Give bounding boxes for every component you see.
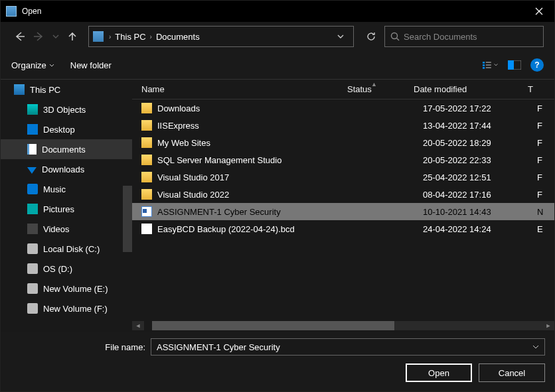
tree-label: Downloads [42, 164, 84, 174]
down-icon [27, 167, 37, 174]
file-name: SQL Server Management Studio [157, 155, 357, 165]
col-status[interactable]: Status [347, 84, 414, 94]
svg-rect-2 [486, 62, 491, 63]
navbar: › This PC › Documents [1, 22, 554, 51]
sidebar-item-os-d-[interactable]: OS (D:) [1, 259, 132, 279]
sidebar-item-documents[interactable]: Documents [1, 139, 132, 159]
preview-pane-button[interactable] [507, 58, 522, 72]
recent-dropdown[interactable] [51, 29, 60, 44]
sidebar-item-downloads[interactable]: Downloads [1, 159, 132, 179]
sidebar-item-new-volume-f-[interactable]: New Volume (F:) [1, 298, 132, 318]
svg-rect-8 [508, 60, 514, 70]
sidebar-item-local-disk-c-[interactable]: Local Disk (C:) [1, 239, 132, 259]
sidebar-scrollbar[interactable] [123, 186, 132, 252]
file-row[interactable]: My Web Sites20-05-2022 18:29F [132, 134, 554, 151]
breadcrumb-dropdown[interactable] [332, 34, 349, 38]
tree-label: OS (D:) [43, 264, 72, 274]
folder-icon [141, 103, 152, 113]
breadcrumb-this-pc[interactable]: This PC [112, 32, 148, 42]
app-icon [6, 6, 17, 17]
tree-this-pc[interactable]: This PC [1, 80, 132, 99]
file-type: F [537, 172, 554, 182]
footer: File name: ASSIGNMENT-1 Cyber Security O… [1, 332, 554, 391]
organize-label: Organize [11, 60, 46, 70]
col-type[interactable]: T [528, 84, 554, 94]
sidebar-item-music[interactable]: Music [1, 179, 132, 199]
location-icon [93, 31, 104, 42]
scroll-track[interactable] [152, 321, 542, 330]
file-row[interactable]: IISExpress13-04-2022 17:44F [132, 117, 554, 134]
svg-rect-6 [486, 67, 491, 68]
cancel-button[interactable]: Cancel [479, 363, 545, 382]
sidebar-item-pictures[interactable]: Pictures [1, 199, 132, 219]
titlebar[interactable]: Open [1, 1, 554, 22]
column-headers[interactable]: ▲ Name Status Date modified T [132, 80, 554, 99]
disk-icon [27, 243, 38, 254]
file-type: F [537, 138, 554, 148]
file-type: F [537, 103, 554, 113]
tree-label: Pictures [43, 204, 74, 214]
disk-icon [27, 263, 38, 274]
svg-point-0 [392, 33, 398, 39]
scroll-left-icon[interactable]: ◄ [132, 321, 144, 330]
scroll-right-icon[interactable]: ► [542, 321, 554, 330]
sidebar-item-videos[interactable]: Videos [1, 219, 132, 239]
file-row[interactable]: SQL Server Management Studio20-05-2022 2… [132, 151, 554, 168]
sort-indicator-icon: ▲ [371, 81, 377, 88]
file-date: 10-10-2021 14:43 [423, 207, 537, 217]
file-row[interactable]: Visual Studio 201725-04-2022 12:51F [132, 168, 554, 186]
search-box[interactable] [384, 26, 544, 47]
file-rows[interactable]: Downloads17-05-2022 17:22FIISExpress13-0… [132, 99, 554, 320]
chevron-down-icon[interactable] [532, 345, 539, 349]
file-date: 24-04-2022 14:24 [423, 224, 537, 234]
sidebar-item-new-volume-e-[interactable]: New Volume (E:) [1, 279, 132, 298]
open-dialog: Open › This PC › Documents [0, 0, 555, 392]
sidebar[interactable]: This PC 3D ObjectsDesktopDocumentsDownlo… [1, 80, 132, 332]
file-name: Visual Studio 2017 [157, 172, 357, 182]
col-name[interactable]: Name [132, 84, 347, 94]
open-button[interactable]: Open [406, 363, 472, 382]
back-button[interactable] [11, 29, 27, 44]
svg-rect-5 [483, 67, 485, 68]
docs-icon [27, 144, 37, 155]
tree-label: Music [43, 184, 66, 194]
file-row[interactable]: EasyBCD Backup (2022-04-24).bcd24-04-202… [132, 220, 554, 237]
svg-rect-4 [486, 64, 491, 66]
file-type: F [537, 190, 554, 200]
file-row[interactable]: Downloads17-05-2022 17:22F [132, 99, 554, 117]
tree-label: New Volume (E:) [43, 284, 108, 294]
search-input[interactable] [404, 32, 538, 42]
horizontal-scrollbar[interactable]: ◄ ► [132, 320, 554, 332]
sidebar-item-3d-objects[interactable]: 3D Objects [1, 99, 132, 119]
refresh-button[interactable] [362, 26, 380, 47]
window-title: Open [22, 7, 524, 16]
file-row[interactable]: ASSIGNMENT-1 Cyber Security10-10-2021 14… [132, 203, 554, 220]
breadcrumb-documents[interactable]: Documents [153, 32, 202, 42]
chevron-down-icon [49, 64, 54, 67]
chevron-right-icon[interactable]: › [108, 33, 112, 40]
file-name: Visual Studio 2022 [157, 190, 357, 200]
chevron-right-icon[interactable]: › [149, 33, 153, 40]
breadcrumb[interactable]: › This PC › Documents [88, 26, 354, 47]
forward-button[interactable] [31, 29, 47, 44]
desktop-icon [27, 124, 38, 135]
pics-icon [27, 204, 38, 214]
up-button[interactable] [64, 29, 80, 44]
file-type: F [537, 121, 554, 131]
organize-button[interactable]: Organize [11, 60, 54, 70]
scroll-thumb[interactable] [152, 321, 394, 330]
toolbar: Organize New folder ? [1, 51, 554, 79]
filename-value: ASSIGNMENT-1 Cyber Security [157, 342, 280, 352]
file-name: ASSIGNMENT-1 Cyber Security [157, 207, 357, 217]
view-mode-button[interactable] [483, 58, 499, 72]
file-icon [141, 224, 152, 234]
new-folder-button[interactable]: New folder [70, 60, 112, 70]
tree-label: Local Disk (C:) [43, 244, 100, 254]
sidebar-item-desktop[interactable]: Desktop [1, 119, 132, 139]
filename-input[interactable]: ASSIGNMENT-1 Cyber Security [151, 338, 545, 356]
close-button[interactable] [524, 1, 554, 22]
tree-label: Desktop [43, 125, 75, 135]
file-row[interactable]: Visual Studio 202208-04-2022 17:16F [132, 186, 554, 203]
col-date[interactable]: Date modified [414, 84, 528, 94]
help-button[interactable]: ? [530, 58, 544, 72]
